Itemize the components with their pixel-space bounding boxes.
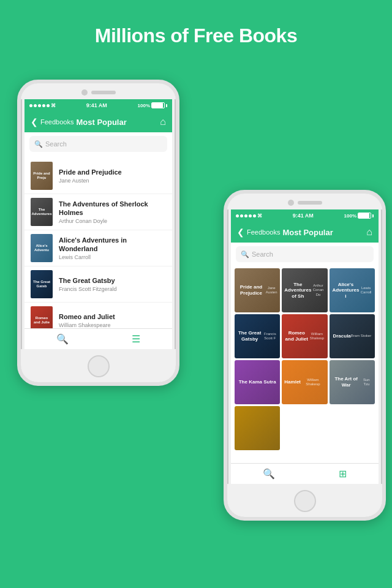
phone-bottom-left (21, 349, 176, 386)
speaker-right (298, 201, 322, 205)
book-info-4: Romeo and Juliet William Shakespeare (59, 312, 166, 328)
battery-fill-right (358, 213, 369, 218)
grid-book-cover-7: HamletWilliam Shakesp (282, 360, 327, 404)
grid-book-cover-0: Pride and PrejudiceJane Austen (235, 268, 280, 312)
grid-book-item[interactable]: Romeo and JulietWilliam Shakesp (282, 314, 327, 358)
nav-section-title-right: Most Popular (282, 228, 333, 237)
book-title-2: Alice's Adventures in Wonderland (59, 236, 166, 254)
battery-pct-right: 100% (344, 213, 356, 219)
grid-book-cover-9 (235, 406, 280, 450)
battery-pct: 100% (138, 103, 150, 108)
grid-tab-icon-right[interactable]: ⊞ (339, 468, 347, 480)
book-author-0: Jane Austen (59, 178, 166, 184)
search-bar-right[interactable]: 🔍 Search (236, 246, 374, 262)
battery-bar (151, 102, 165, 108)
grid-book-item[interactable]: Alice's Adventures iLewis Carroll (330, 268, 375, 312)
camera-left (81, 89, 88, 96)
book-cover-3: The Great Gatsb (31, 270, 53, 298)
book-list-item[interactable]: The Great Gatsb The Great Gatsby Francis… (24, 266, 172, 303)
search-tab-icon[interactable]: 🔍 (56, 333, 69, 345)
book-author-4: William Shakespeare (59, 322, 166, 328)
book-list-item[interactable]: Alice's Adventu Alice's Adventures in Wo… (24, 230, 172, 266)
book-author-3: Francis Scott Fitzgerald (59, 286, 166, 292)
battery-bar-right (358, 213, 371, 219)
tab-bar-left: 🔍 ☰ (24, 328, 172, 349)
grid-book-item[interactable] (235, 406, 280, 450)
phone-top-left (21, 83, 176, 99)
book-title-0: Pride and Prejudice (59, 168, 166, 176)
nav-bar-right: ❮ Feedbooks Most Popular ⌂ (231, 222, 379, 243)
phone-shell-left: ⌘ 9:41 AM 100% ❮ Feedbooks Most Popular … (17, 80, 179, 386)
wifi-icon: ⌘ (51, 103, 56, 108)
book-list-item[interactable]: The Adventures The Adventures of Sherloc… (24, 194, 172, 230)
grid-book-item[interactable]: Pride and PrejudiceJane Austen (235, 268, 280, 312)
book-info-2: Alice's Adventures in Wonderland Lewis C… (59, 236, 166, 261)
grid-book-cover-4: Romeo and JulietWilliam Shakesp (282, 314, 327, 358)
battery-tip-right (372, 214, 374, 217)
back-chevron-right[interactable]: ❮ (237, 227, 244, 237)
search-bar-left[interactable]: 🔍 Search (29, 136, 167, 152)
signal-dots-right: ⌘ (236, 213, 262, 219)
book-title-3: The Great Gatsby (59, 276, 166, 285)
nav-section-title: Most Popular (76, 118, 126, 127)
battery-right: 100% (344, 213, 374, 219)
nav-app-name[interactable]: Feedbooks (40, 118, 74, 126)
book-list: Pride and Preju Pride and Prejudice Jane… (24, 156, 172, 341)
grid-book-item[interactable]: HamletWilliam Shakesp (282, 360, 327, 404)
home-button-right[interactable] (294, 490, 316, 512)
search-icon-left: 🔍 (34, 140, 43, 148)
status-bar-right: ⌘ 9:41 AM 100% (231, 209, 379, 222)
grid-book-item[interactable]: The Kama Sutra (235, 360, 280, 404)
book-author-1: Arthur Conan Doyle (59, 218, 166, 224)
grid-book-item[interactable]: The Adventures of ShArthur Conan Do (282, 268, 327, 312)
battery-tip (166, 104, 167, 107)
book-cover-1: The Adventures (31, 198, 53, 226)
grid-book-item[interactable]: The Art of WarSun Tzu (330, 360, 375, 404)
battery-left: 100% (138, 102, 167, 108)
search-icon-right: 🔍 (241, 251, 249, 258)
grid-book-cover-8: The Art of WarSun Tzu (330, 360, 375, 404)
tab-bar-right: 🔍 ⊞ (231, 463, 379, 484)
time-left: 9:41 AM (86, 102, 107, 108)
nav-bar-left: ❮ Feedbooks Most Popular ⌂ (24, 111, 172, 132)
phone-bottom-right (227, 484, 382, 521)
screen-right: ⌘ 9:41 AM 100% ❮ Feedbooks Most Popular … (231, 209, 379, 484)
search-placeholder-right: Search (252, 251, 273, 258)
grid-book-cover-2: Alice's Adventures iLewis Carroll (330, 268, 375, 312)
status-bar-left: ⌘ 9:41 AM 100% (24, 99, 172, 111)
search-tab-icon-right[interactable]: 🔍 (263, 468, 275, 480)
menu-tab-icon[interactable]: ☰ (132, 333, 140, 345)
book-info-3: The Great Gatsby Francis Scott Fitzgeral… (59, 276, 166, 292)
book-title-1: The Adventures of Sherlock Holmes (59, 200, 166, 217)
home-icon[interactable]: ⌂ (160, 116, 166, 127)
book-author-2: Lewis Carroll (59, 254, 166, 260)
book-cover-2: Alice's Adventu (31, 234, 53, 262)
grid-book-cover-1: The Adventures of ShArthur Conan Do (282, 268, 327, 312)
book-list-item[interactable]: Pride and Preju Pride and Prejudice Jane… (24, 158, 172, 194)
phone-left: ⌘ 9:41 AM 100% ❮ Feedbooks Most Popular … (17, 80, 179, 386)
nav-app-name-right[interactable]: Feedbooks (247, 228, 280, 236)
grid-book-item[interactable]: The Great GatsbyFrancis Scott F (235, 314, 280, 358)
grid-book-item[interactable]: DraculaBram Stoker (330, 314, 375, 358)
grid-book-cover-6: The Kama Sutra (235, 360, 280, 404)
book-info-0: Pride and Prejudice Jane Austen (59, 168, 166, 184)
home-button-left[interactable] (88, 355, 110, 377)
phone-right: ⌘ 9:41 AM 100% ❮ Feedbooks Most Popular … (224, 190, 386, 521)
screen-left: ⌘ 9:41 AM 100% ❮ Feedbooks Most Popular … (24, 99, 172, 349)
battery-fill (152, 103, 163, 108)
page-headline: Millions of Free Books (0, 0, 392, 47)
speaker-left (91, 91, 116, 94)
grid-book-cover-3: The Great GatsbyFrancis Scott F (235, 314, 280, 358)
phone-top-right (227, 194, 382, 209)
camera-right (288, 200, 294, 206)
book-grid: Pride and PrejudiceJane AustenThe Advent… (231, 266, 379, 453)
book-cover-0: Pride and Preju (31, 162, 53, 190)
back-chevron[interactable]: ❮ (31, 117, 38, 127)
book-title-4: Romeo and Juliet (59, 312, 166, 321)
grid-book-cover-5: DraculaBram Stoker (330, 314, 375, 358)
home-icon-right[interactable]: ⌂ (366, 227, 372, 238)
time-right: 9:41 AM (293, 213, 314, 219)
phone-shell-right: ⌘ 9:41 AM 100% ❮ Feedbooks Most Popular … (224, 190, 386, 521)
search-placeholder-left: Search (45, 140, 67, 148)
wifi-icon-right: ⌘ (257, 213, 262, 219)
